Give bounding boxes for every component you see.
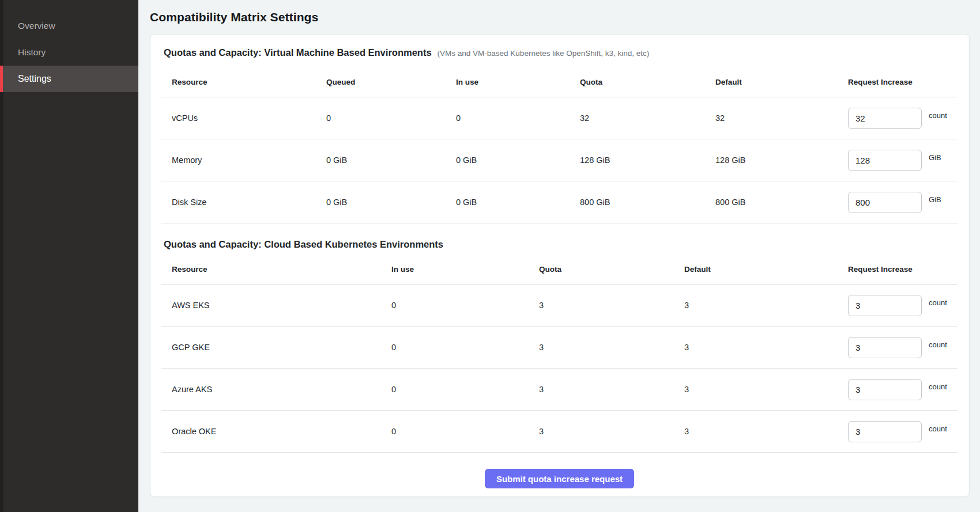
unit-label: count — [929, 382, 947, 391]
table-row-memory: Memory 0 GiB 0 GiB 128 GiB 128 GiB GiB — [161, 139, 958, 181]
unit-label: GiB — [929, 153, 941, 162]
vm-table-header: Resource Queued In use Quota Default Req… — [161, 67, 958, 97]
request-increase-cell: count — [848, 379, 958, 400]
resource-cell: vCPUs — [172, 113, 326, 123]
default-cell: 128 GiB — [715, 156, 848, 165]
section-vm-heading: Quotas and Capacity: Virtual Machine Bas… — [164, 47, 958, 58]
default-cell: 3 — [684, 301, 848, 310]
resource-cell: Oracle OKE — [172, 427, 391, 436]
table-row-vcpus: vCPUs 0 0 32 32 count — [161, 97, 958, 139]
unit-label: GiB — [929, 195, 941, 204]
queued-cell: 0 GiB — [326, 198, 456, 207]
section-cloud-kubernetes: Quotas and Capacity: Cloud Based Kuberne… — [161, 239, 958, 453]
page-title: Compatibility Matrix Settings — [150, 10, 980, 24]
sidebar: Overview History Settings — [0, 0, 138, 512]
col-header-default: Default — [715, 78, 848, 86]
quota-cell: 32 — [580, 113, 715, 123]
request-increase-cell: count — [848, 421, 958, 442]
default-cell: 3 — [684, 427, 848, 436]
quota-cell: 3 — [539, 427, 684, 436]
col-header-resource: Resource — [172, 265, 391, 274]
request-increase-cell: GiB — [848, 192, 958, 213]
table-row-aws-eks: AWS EKS 0 3 3 count — [161, 285, 958, 327]
default-cell: 3 — [684, 343, 848, 352]
sidebar-item-label: Settings — [18, 74, 51, 84]
in-use-cell: 0 — [391, 427, 539, 436]
quota-cell: 3 — [539, 343, 684, 352]
quota-cell: 800 GiB — [580, 198, 715, 207]
sidebar-item-settings[interactable]: Settings — [0, 66, 138, 92]
col-header-quota: Quota — [539, 265, 684, 274]
unit-label: count — [929, 111, 947, 120]
default-cell: 3 — [684, 385, 848, 394]
resource-cell: Memory — [172, 156, 326, 165]
col-header-quota: Quota — [580, 78, 715, 86]
request-increase-cell: count — [848, 108, 958, 129]
table-row-azure-aks: Azure AKS 0 3 3 count — [161, 369, 958, 411]
section-cloud-title: Quotas and Capacity: Cloud Based Kuberne… — [164, 239, 443, 250]
table-row-disk-size: Disk Size 0 GiB 0 GiB 800 GiB 800 GiB Gi… — [161, 181, 958, 223]
in-use-cell: 0 — [391, 343, 539, 352]
quota-cell: 128 GiB — [580, 156, 715, 165]
table-row-oracle-oke: Oracle OKE 0 3 3 count — [161, 411, 958, 453]
cloud-table-header: Resource In use Quota Default Request In… — [161, 255, 958, 285]
sidebar-item-label: Overview — [18, 21, 55, 31]
section-cloud-heading: Quotas and Capacity: Cloud Based Kuberne… — [164, 239, 958, 250]
sidebar-item-label: History — [18, 47, 46, 58]
in-use-cell: 0 — [456, 113, 580, 123]
col-header-resource: Resource — [172, 78, 326, 86]
resource-cell: Disk Size — [172, 198, 326, 207]
request-increase-cell: GiB — [848, 150, 958, 171]
main-content: Compatibility Matrix Settings Quotas and… — [138, 0, 980, 512]
submit-quota-increase-button[interactable]: Submit quota increase request — [485, 469, 634, 488]
resource-cell: GCP GKE — [172, 343, 391, 352]
disk-size-request-increase-input[interactable] — [848, 192, 922, 213]
section-vm-subtitle: (VMs and VM-based Kubernetes like OpenSh… — [438, 49, 650, 58]
in-use-cell: 0 — [391, 301, 539, 310]
card-footer: Submit quota increase request — [161, 453, 958, 488]
table-row-gcp-gke: GCP GKE 0 3 3 count — [161, 327, 958, 369]
unit-label: count — [929, 298, 947, 307]
quota-cell: 3 — [539, 301, 684, 310]
unit-label: count — [929, 340, 947, 349]
col-header-request-increase: Request Increase — [848, 78, 958, 86]
queued-cell: 0 GiB — [326, 156, 456, 165]
aws-eks-request-increase-input[interactable] — [848, 295, 922, 316]
col-header-request-increase: Request Increase — [848, 265, 958, 274]
azure-aks-request-increase-input[interactable] — [848, 379, 922, 400]
section-vm-title: Quotas and Capacity: Virtual Machine Bas… — [164, 47, 432, 58]
request-increase-cell: count — [848, 295, 958, 316]
resource-cell: Azure AKS — [172, 385, 391, 394]
memory-request-increase-input[interactable] — [848, 150, 922, 171]
gcp-gke-request-increase-input[interactable] — [848, 337, 922, 358]
unit-label: count — [929, 424, 947, 433]
in-use-cell: 0 GiB — [456, 198, 580, 207]
section-vm-environments: Quotas and Capacity: Virtual Machine Bas… — [161, 47, 958, 223]
resource-cell: AWS EKS — [172, 301, 391, 310]
quotas-card: Quotas and Capacity: Virtual Machine Bas… — [150, 34, 970, 497]
col-header-queued: Queued — [326, 78, 456, 86]
col-header-in-use: In use — [456, 78, 580, 86]
default-cell: 32 — [715, 113, 848, 123]
vcpus-request-increase-input[interactable] — [848, 108, 922, 129]
oracle-oke-request-increase-input[interactable] — [848, 421, 922, 442]
in-use-cell: 0 — [391, 385, 539, 394]
default-cell: 800 GiB — [715, 198, 848, 207]
quota-cell: 3 — [539, 385, 684, 394]
sidebar-item-overview[interactable]: Overview — [0, 13, 138, 39]
col-header-default: Default — [684, 265, 848, 274]
sidebar-item-history[interactable]: History — [0, 39, 138, 66]
col-header-in-use: In use — [391, 265, 539, 274]
request-increase-cell: count — [848, 337, 958, 358]
queued-cell: 0 — [326, 113, 456, 123]
in-use-cell: 0 GiB — [456, 156, 580, 165]
